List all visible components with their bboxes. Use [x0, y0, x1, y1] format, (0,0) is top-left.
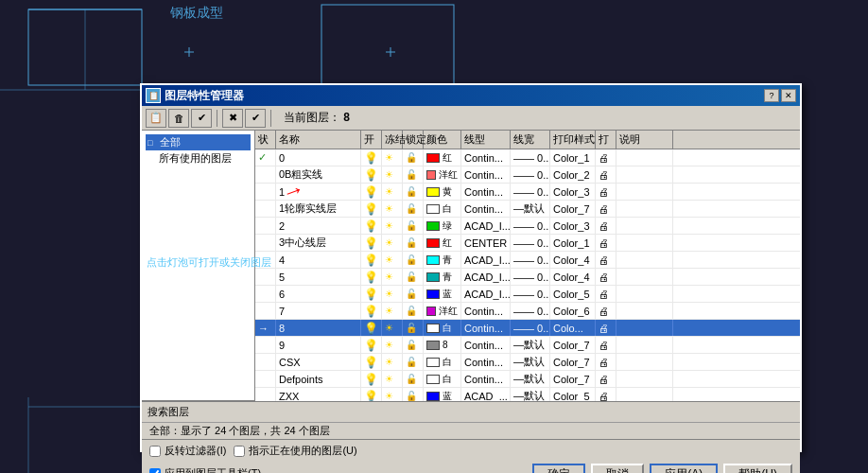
td-plot[interactable]: 🖨	[596, 388, 616, 401]
td-lock[interactable]: 🔓	[403, 371, 424, 387]
td-lock[interactable]: 🔓	[403, 269, 424, 285]
td-on[interactable]: 💡	[361, 269, 382, 285]
table-row[interactable]: 1轮廓实线层 💡 ☀ 🔓 白 Contin... —默认 Color_7 🖨	[255, 201, 800, 218]
td-freeze[interactable]: ☀	[382, 303, 403, 319]
td-color[interactable]: 洋红	[424, 166, 461, 183]
td-linewidth[interactable]: —默认	[511, 337, 550, 353]
td-plotstyle[interactable]: Color_1	[550, 149, 596, 166]
td-linewidth[interactable]: —— 0...	[511, 252, 550, 268]
table-row[interactable]: ZXX 💡 ☀ 🔓 蓝 ACAD_... —默认 Color_5 🖨	[255, 388, 800, 401]
td-freeze[interactable]: ☀	[382, 337, 403, 353]
td-lock[interactable]: 🔓	[403, 354, 424, 370]
td-lock[interactable]: 🔓	[403, 303, 424, 319]
td-freeze[interactable]: ☀	[382, 371, 403, 387]
show-inuse-checkbox[interactable]	[234, 446, 245, 457]
td-linetype[interactable]: ACAD_I...	[461, 269, 511, 285]
td-color[interactable]: 洋红	[424, 303, 461, 319]
td-color[interactable]: 绿	[424, 218, 461, 234]
td-linetype[interactable]: Contin...	[461, 201, 511, 217]
td-plot[interactable]: 🖨	[596, 269, 616, 285]
td-plot[interactable]: 🖨	[596, 184, 616, 200]
td-color[interactable]: 红	[424, 149, 461, 166]
td-linewidth[interactable]: —默认	[511, 371, 550, 387]
td-lock[interactable]: 🔓	[403, 218, 424, 234]
td-linewidth[interactable]: —— 0...	[511, 184, 550, 200]
td-color[interactable]: 白	[424, 354, 461, 370]
td-plotstyle[interactable]: Color_5	[550, 286, 596, 302]
td-color[interactable]: 黄	[424, 184, 461, 200]
td-plot[interactable]: 🖨	[596, 286, 616, 302]
td-linetype[interactable]: Contin...	[461, 354, 511, 370]
apply-toolbar-checkbox[interactable]	[149, 468, 161, 474]
td-plot[interactable]: 🖨	[596, 201, 616, 217]
td-plot[interactable]: 🖨	[596, 218, 616, 234]
td-plotstyle[interactable]: Color_3	[550, 218, 596, 234]
td-freeze[interactable]: ☀	[382, 235, 403, 251]
table-row[interactable]: → 8 💡 ☀ 🔓 白 Contin... —— 0... Colo... 🖨	[255, 320, 800, 337]
td-lock[interactable]: 🔓	[403, 320, 424, 336]
confirm-button[interactable]: 确定	[532, 464, 585, 473]
td-linetype[interactable]: Contin...	[461, 149, 511, 166]
td-freeze[interactable]: ☀	[382, 218, 403, 234]
td-on[interactable]: 💡	[361, 303, 382, 319]
td-plotstyle[interactable]: Color_4	[550, 252, 596, 268]
td-lock[interactable]: 🔓	[403, 149, 424, 166]
td-linetype[interactable]: ACAD_...	[461, 388, 511, 401]
help-title-btn[interactable]: ?	[764, 89, 779, 102]
td-plotstyle[interactable]: Color_5	[550, 388, 596, 401]
td-freeze[interactable]: ☀	[382, 201, 403, 217]
td-linewidth[interactable]: —默认	[511, 201, 550, 217]
td-linewidth[interactable]: —— 0...	[511, 149, 550, 166]
td-linewidth[interactable]: —— 0...	[511, 269, 550, 285]
td-freeze[interactable]: ☀	[382, 388, 403, 401]
td-linewidth[interactable]: —— 0...	[511, 218, 550, 234]
td-on[interactable]: 💡	[361, 371, 382, 387]
td-plotstyle[interactable]: Color_7	[550, 337, 596, 353]
td-on[interactable]: 💡	[361, 337, 382, 353]
tree-item-all[interactable]: □ 全部	[146, 134, 251, 150]
help-button[interactable]: 帮助(H)	[723, 464, 792, 473]
td-linetype[interactable]: CENTER	[461, 235, 511, 251]
td-freeze[interactable]: ☀	[382, 354, 403, 370]
td-color[interactable]: 蓝	[424, 286, 461, 302]
td-freeze[interactable]: ☀	[382, 286, 403, 302]
table-row[interactable]: 6 💡 ☀ 🔓 蓝 ACAD_I... —— 0... Color_5 🖨	[255, 286, 800, 303]
td-on[interactable]: 💡	[361, 388, 382, 401]
tree-item-used[interactable]: 所有使用的图层	[146, 150, 251, 166]
td-on[interactable]: 💡	[361, 252, 382, 268]
table-body[interactable]: ✓ 0 💡 ☀ 🔓 红 Contin... —— 0... Color_1 🖨 …	[255, 149, 800, 401]
table-row[interactable]: 1 💡 ☀ 🔓 黄 Contin... —— 0... Color_3 🖨	[255, 184, 800, 201]
td-lock[interactable]: 🔓	[403, 286, 424, 302]
td-color[interactable]: 白	[424, 320, 461, 336]
td-color[interactable]: 青	[424, 252, 461, 268]
td-on[interactable]: 💡	[361, 218, 382, 234]
close-title-btn[interactable]: ✕	[781, 89, 796, 102]
table-row[interactable]: 3中心线层 💡 ☀ 🔓 红 CENTER —— 0... Color_1 🖨	[255, 235, 800, 252]
table-row[interactable]: CSX 💡 ☀ 🔓 白 Contin... —默认 Color_7 🖨	[255, 354, 800, 371]
td-linetype[interactable]: ACAD_I...	[461, 218, 511, 234]
td-freeze[interactable]: ☀	[382, 320, 403, 336]
td-color[interactable]: 白	[424, 371, 461, 387]
td-lock[interactable]: 🔓	[403, 388, 424, 401]
td-on[interactable]: 💡	[361, 320, 382, 336]
table-row[interactable]: 9 💡 ☀ 🔓 8 Contin... —默认 Color_7 🖨	[255, 337, 800, 354]
table-row[interactable]: Defpoints 💡 ☀ 🔓 白 Contin... —默认 Color_7 …	[255, 371, 800, 388]
td-freeze[interactable]: ☀	[382, 184, 403, 200]
apply-changes-btn[interactable]: ✔	[245, 109, 266, 128]
td-freeze[interactable]: ☀	[382, 269, 403, 285]
td-on[interactable]: 💡	[361, 184, 382, 200]
cancel-button[interactable]: 取消	[591, 464, 644, 473]
td-freeze[interactable]: ☀	[382, 149, 403, 166]
td-color[interactable]: 青	[424, 269, 461, 285]
table-row[interactable]: 2 💡 ☀ 🔓 绿 ACAD_I... —— 0... Color_3 🖨	[255, 218, 800, 235]
td-plotstyle[interactable]: Color_6	[550, 303, 596, 319]
td-plot[interactable]: 🖨	[596, 303, 616, 319]
td-plotstyle[interactable]: Color_7	[550, 201, 596, 217]
invert-filter-checkbox[interactable]	[149, 446, 161, 457]
set-current-btn[interactable]: ✔	[191, 109, 212, 128]
td-on[interactable]: 💡	[361, 235, 382, 251]
td-on[interactable]: 💡	[361, 286, 382, 302]
td-linewidth[interactable]: —— 0...	[511, 286, 550, 302]
td-plotstyle[interactable]: Colo...	[550, 320, 596, 336]
td-linetype[interactable]: Contin...	[461, 337, 511, 353]
